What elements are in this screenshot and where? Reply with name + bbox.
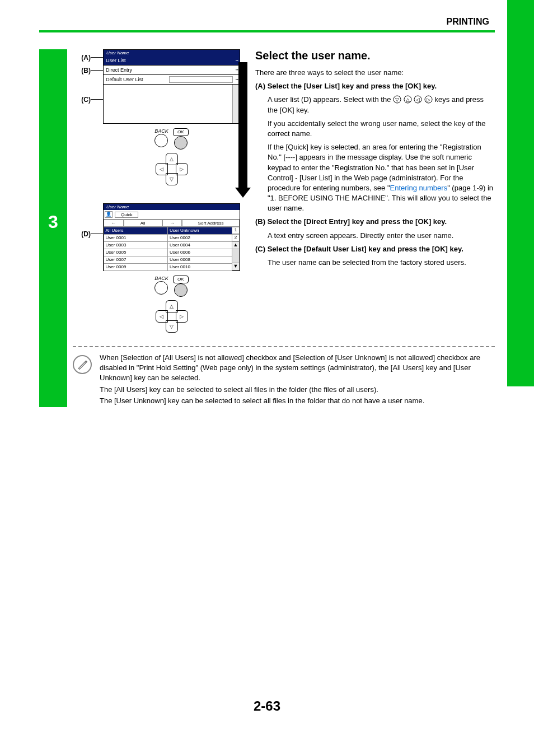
callout-a: (A) bbox=[73, 54, 91, 62]
step-bar: 3 bbox=[39, 49, 67, 407]
svg-text:▷: ▷ bbox=[427, 97, 430, 102]
sort-address-button[interactable]: Sort Address bbox=[182, 220, 240, 227]
callout-c: (C) bbox=[73, 96, 91, 104]
tab-all[interactable]: All bbox=[124, 220, 162, 227]
panel-title: User Name bbox=[104, 50, 240, 56]
dpad-down[interactable]: ▽ bbox=[166, 173, 178, 185]
scrollbar[interactable]: ▲ ▼ bbox=[232, 241, 240, 270]
user-cell[interactable]: User 0009 bbox=[104, 263, 168, 271]
control-pad: BACK OK △ ◁ ▷ ▽ bbox=[103, 124, 240, 191]
user-cell[interactable]: User 0010 bbox=[167, 263, 232, 271]
callout-b: (B) bbox=[73, 67, 91, 74]
row-default-user-list[interactable]: Default User List ··· bbox=[104, 75, 240, 84]
col-user-unknown[interactable]: User Unknown bbox=[167, 227, 232, 235]
user-cell[interactable]: User 0004 bbox=[167, 241, 232, 249]
section-header: PRINTING bbox=[39, 17, 495, 27]
panel-user-name: User Name User List ··· bbox=[103, 49, 240, 66]
user-cell[interactable]: User 0008 bbox=[167, 256, 232, 264]
flow-arrow-icon bbox=[235, 62, 251, 198]
intro-text: There are three ways to select the user … bbox=[255, 68, 495, 78]
right-key-icon: ▷ bbox=[424, 95, 433, 104]
divider bbox=[73, 346, 495, 347]
default-field bbox=[169, 76, 232, 83]
scroll-up-icon[interactable]: ▲ bbox=[232, 241, 240, 249]
quick-button[interactable]: Quick bbox=[115, 212, 138, 218]
col-all-users[interactable]: All Users bbox=[104, 227, 168, 235]
item-a-body: A user list (D) appears. Select with the… bbox=[268, 95, 495, 115]
row-direct-entry[interactable]: Direct Entry ··· bbox=[104, 66, 240, 74]
back-button[interactable] bbox=[154, 281, 168, 295]
row-user-list[interactable]: User List ··· bbox=[104, 56, 240, 65]
user-icon: 👤 bbox=[105, 211, 113, 218]
svg-text:▽: ▽ bbox=[395, 97, 399, 102]
svg-text:◁: ◁ bbox=[416, 97, 420, 102]
entering-numbers-link[interactable]: Entering numbers bbox=[390, 184, 448, 192]
ok-button[interactable] bbox=[174, 136, 188, 150]
back-button[interactable] bbox=[154, 134, 168, 147]
dpad-down[interactable]: ▽ bbox=[166, 320, 178, 333]
ok-button[interactable] bbox=[174, 283, 188, 297]
user-cell[interactable]: User 0005 bbox=[104, 249, 168, 256]
ok-label: OK bbox=[173, 128, 189, 136]
control-pad: BACK OK △ ◁ ▷ ▽ bbox=[103, 271, 240, 338]
tab-next[interactable]: → bbox=[162, 220, 182, 227]
step-number: 3 bbox=[39, 212, 67, 232]
user-cell[interactable]: User 0003 bbox=[104, 241, 168, 249]
user-cell[interactable]: User 0002 bbox=[167, 234, 232, 242]
item-c-label: (C) Select the [Default User List] key a… bbox=[255, 244, 495, 254]
note-icon bbox=[73, 355, 92, 374]
panel-empty-area bbox=[103, 85, 240, 124]
dpad: △ ◁ ▷ ▽ bbox=[156, 153, 188, 185]
instruction-column: Select the user name. There are three wa… bbox=[255, 49, 495, 338]
item-a-label: (A) Select the [User List] key and press… bbox=[255, 81, 495, 91]
user-cell[interactable]: User 0007 bbox=[104, 256, 168, 264]
item-b-label: (B) Select the [Direct Entry] key and pr… bbox=[255, 217, 495, 227]
user-cell[interactable]: User 0006 bbox=[167, 249, 232, 256]
note-block: When [Selection of [All Users] is not al… bbox=[73, 353, 495, 407]
step-heading: Select the user name. bbox=[255, 49, 495, 62]
callout-d: (D) bbox=[73, 230, 91, 238]
user-cell[interactable]: User 0001 bbox=[104, 234, 168, 242]
diagram-column: (A) User Name User List ··· bbox=[73, 49, 244, 338]
panel-user-list: User Name 👤 Quick ← All → Sort Address bbox=[103, 203, 240, 271]
page-number: 2-63 bbox=[39, 698, 495, 714]
left-key-icon: ◁ bbox=[414, 95, 422, 104]
svg-text:△: △ bbox=[406, 97, 410, 102]
scroll-down-icon[interactable]: ▼ bbox=[232, 263, 240, 270]
down-key-icon: ▽ bbox=[393, 95, 401, 104]
back-label: BACK bbox=[154, 128, 168, 134]
header-rule bbox=[39, 30, 495, 32]
up-key-icon: △ bbox=[404, 95, 412, 104]
tab-prev[interactable]: ← bbox=[104, 220, 124, 227]
